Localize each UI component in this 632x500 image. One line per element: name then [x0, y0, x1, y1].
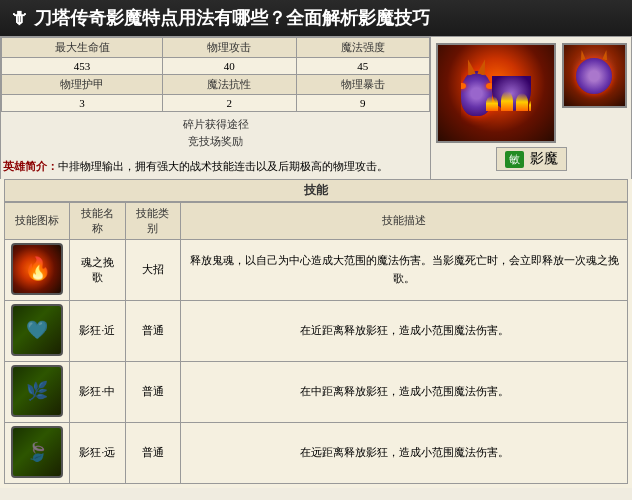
- skill-type-3: 普通: [125, 361, 181, 422]
- armor-value: 3: [2, 95, 163, 112]
- hero-main-image: [436, 43, 556, 143]
- magic-resist-value: 2: [163, 95, 296, 112]
- skill-name-2: 影狂·近: [70, 300, 126, 361]
- sensitivity-badge: 敏: [505, 151, 524, 168]
- skills-table: 技能图标 技能名称 技能类别 技能描述 魂之挽歌 大招 释放鬼魂，以自己为中心造…: [4, 202, 628, 484]
- intro-label: 英雄简介：: [3, 160, 58, 172]
- stats-panel: 最大生命值 物理攻击 魔法强度 453 40 45 物理护甲 魔法抗性 物理暴击…: [1, 37, 431, 179]
- intro-text: 中排物理输出，拥有强大的战术技能连击以及后期极高的物理攻击。: [58, 160, 388, 172]
- demon-eye-left: [461, 83, 467, 89]
- hero-panel: 敏 影魔: [431, 37, 631, 179]
- extra-info: 碎片获得途径 竞技场奖励: [1, 112, 430, 154]
- hero-name-badge: 敏 影魔: [496, 147, 567, 171]
- col-type: 技能类别: [125, 202, 181, 239]
- magic-resist-label: 魔法抗性: [163, 75, 296, 95]
- flame-1: [486, 96, 498, 111]
- hero-intro: 英雄简介：中排物理输出，拥有强大的战术技能连击以及后期极高的物理攻击。: [1, 154, 430, 179]
- skill-icon-cell-3: [5, 361, 70, 422]
- max-hp-label: 最大生命值: [2, 38, 163, 58]
- skill-desc-2: 在近距离释放影狂，造成小范围魔法伤害。: [181, 300, 628, 361]
- hero-small-image: [562, 43, 627, 108]
- skill-icon-2: [11, 304, 63, 356]
- skill-icon-cell-4: [5, 422, 70, 483]
- skill-type-4: 普通: [125, 422, 181, 483]
- phys-atk-value: 40: [163, 58, 296, 75]
- hero-small-head: [576, 58, 612, 94]
- phys-blast-label: 物理暴击: [296, 75, 429, 95]
- skill-name-4: 影狂·远: [70, 422, 126, 483]
- skill-type-1: 大招: [125, 239, 181, 300]
- page-title: 刀塔传奇影魔特点用法有哪些？全面解析影魔技巧: [34, 6, 430, 30]
- phys-atk-label: 物理攻击: [163, 38, 296, 58]
- sword-icon: 🗡: [10, 8, 28, 29]
- skill-icon-cell-1: [5, 239, 70, 300]
- skills-header: 技能: [4, 179, 628, 202]
- skill-row-3: 影狂·中 普通 在中距离释放影狂，造成小范围魔法伤害。: [5, 361, 628, 422]
- col-icon: 技能图标: [5, 202, 70, 239]
- magic-str-label: 魔法强度: [296, 38, 429, 58]
- hero-name: 影魔: [530, 150, 558, 168]
- hero-images: [436, 43, 627, 143]
- skill-name-1: 魂之挽歌: [70, 239, 126, 300]
- top-area: 最大生命值 物理攻击 魔法强度 453 40 45 物理护甲 魔法抗性 物理暴击…: [0, 36, 632, 179]
- col-desc: 技能描述: [181, 202, 628, 239]
- skill-icon-4: [11, 426, 63, 478]
- col-name: 技能名称: [70, 202, 126, 239]
- magic-str-value: 45: [296, 58, 429, 75]
- max-hp-value: 453: [2, 58, 163, 75]
- skills-section: 技能 技能图标 技能名称 技能类别 技能描述 魂之挽歌 大招 释放鬼魂，以自己为…: [0, 179, 632, 488]
- extra-info-1: 碎片获得途径: [3, 116, 428, 133]
- flame-base: [481, 91, 530, 111]
- skill-desc-3: 在中距离释放影狂，造成小范围魔法伤害。: [181, 361, 628, 422]
- skill-row-1: 魂之挽歌 大招 释放鬼魂，以自己为中心造成大范围的魔法伤害。当影魔死亡时，会立即…: [5, 239, 628, 300]
- flame-2: [501, 91, 513, 111]
- skill-type-2: 普通: [125, 300, 181, 361]
- demon-body: [461, 48, 531, 138]
- demon-lower-body: [492, 76, 530, 111]
- skill-name-3: 影狂·中: [70, 361, 126, 422]
- skill-desc-4: 在远距离释放影狂，造成小范围魔法伤害。: [181, 422, 628, 483]
- skill-row-2: 影狂·近 普通 在近距离释放影狂，造成小范围魔法伤害。: [5, 300, 628, 361]
- flame-4: [529, 99, 530, 111]
- stats-table: 最大生命值 物理攻击 魔法强度 453 40 45 物理护甲 魔法抗性 物理暴击…: [1, 37, 430, 112]
- extra-info-2: 竞技场奖励: [3, 133, 428, 150]
- skill-row-4: 影狂·远 普通 在远距离释放影狂，造成小范围魔法伤害。: [5, 422, 628, 483]
- skill-icon-cell-2: [5, 300, 70, 361]
- demon-eyes: [461, 83, 495, 89]
- page-header: 🗡 刀塔传奇影魔特点用法有哪些？全面解析影魔技巧: [0, 0, 632, 36]
- armor-label: 物理护甲: [2, 75, 163, 95]
- flame-3: [516, 93, 528, 111]
- skill-icon-3: [11, 365, 63, 417]
- skill-icon-1: [11, 243, 63, 295]
- skill-desc-1: 释放鬼魂，以自己为中心造成大范围的魔法伤害。当影魔死亡时，会立即释放一次魂之挽歌…: [181, 239, 628, 300]
- phys-blast-value: 9: [296, 95, 429, 112]
